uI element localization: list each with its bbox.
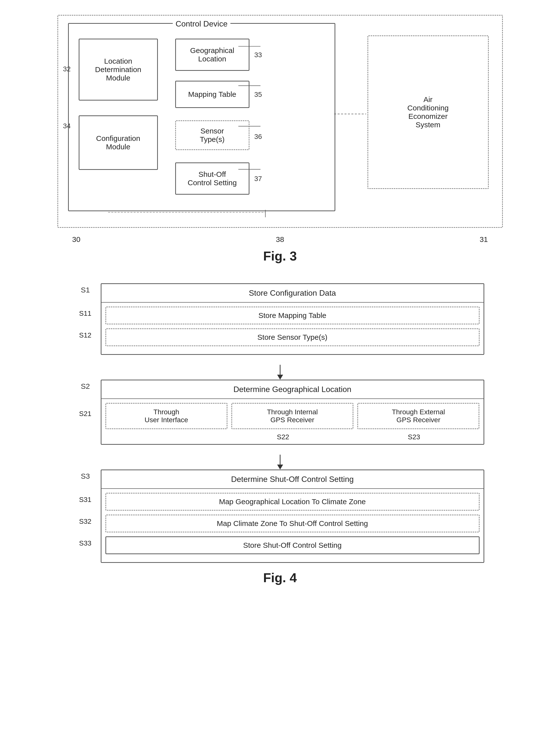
s2-inner-row: Through User Interface Through Internal … xyxy=(105,403,480,429)
control-device-label: Control Device xyxy=(173,19,231,28)
svg-marker-10 xyxy=(277,465,283,470)
loc-det-module: Location Determination Module xyxy=(79,39,158,100)
mapping-table-label: Mapping Table xyxy=(188,90,236,99)
s23-label: S23 xyxy=(408,433,420,441)
fig3-title: Fig. 3 xyxy=(263,249,297,263)
fig3-bottom-labels: 30 38 31 xyxy=(57,235,503,244)
s11-label: S11 xyxy=(79,309,92,317)
s23-inner: Through External GPS Receiver xyxy=(392,408,445,424)
s32-inner: Map Climate Zone To Shut-Off Control Set… xyxy=(105,515,480,532)
fig4-container: S1 Store Configuration Data S11 Store Ma… xyxy=(45,283,515,585)
s11-inner: Store Mapping Table xyxy=(105,306,480,324)
s3-label: S3 xyxy=(81,472,90,481)
sensor-types-box: Sensor Type(s) xyxy=(175,120,249,150)
ref-36: 36 xyxy=(254,133,262,141)
loc-det-module-label: Location Determination Module xyxy=(95,57,141,82)
s32-label: S32 xyxy=(79,518,92,526)
s3-flow-row: S3 Determine Shut-Off Control Setting S3… xyxy=(101,470,484,563)
fig4-diagram: S1 Store Configuration Data S11 Store Ma… xyxy=(82,283,478,563)
fig3-container: Control Device Location Determination Mo… xyxy=(45,15,515,263)
shutoff-box: Shut-Off Control Setting xyxy=(175,162,249,195)
s22-label: S22 xyxy=(277,433,289,441)
ref-35: 35 xyxy=(254,91,262,99)
s31-inner: Map Geographical Location To Climate Zon… xyxy=(105,493,480,511)
s33-inner: Store Shut-Off Control Setting xyxy=(105,536,480,554)
s21-inner: Through User Interface xyxy=(145,408,188,424)
shutoff-label: Shut-Off Control Setting xyxy=(188,170,237,187)
geo-location-box: Geographical Location xyxy=(175,39,249,71)
geo-location-label: Geographical Location xyxy=(190,46,234,63)
ref-32: 32 xyxy=(63,65,71,73)
s21-label: S21 xyxy=(79,410,92,418)
mapping-table-box: Mapping Table xyxy=(175,81,249,108)
config-module: Configuration Module xyxy=(79,115,158,170)
ref-31-label: 31 xyxy=(480,235,488,244)
control-device-box: Control Device Location Determination Mo… xyxy=(68,23,335,211)
s3-title: Determine Shut-Off Control Setting xyxy=(101,470,484,489)
s22-inner: Through Internal GPS Receiver xyxy=(267,408,318,424)
s2-label: S2 xyxy=(81,382,90,391)
page-content: Control Device Location Determination Mo… xyxy=(30,15,530,585)
ace-system-box: Air Conditioning Economizer System xyxy=(367,35,489,189)
s22-cell: Through Internal GPS Receiver xyxy=(231,403,353,429)
s21-cell: Through User Interface xyxy=(105,403,227,429)
s1-title: Store Configuration Data xyxy=(101,284,484,302)
config-module-label: Configuration Module xyxy=(96,134,140,151)
fig3-diagram: Control Device Location Determination Mo… xyxy=(57,15,503,228)
s23-cell: Through External GPS Receiver xyxy=(357,403,479,429)
s1-label: S1 xyxy=(81,286,90,294)
s2-block: Determine Geographical Location S21 Thro… xyxy=(101,380,484,445)
s33-label: S33 xyxy=(79,539,92,547)
ref-33: 33 xyxy=(254,51,262,59)
s1-flow-row: S1 Store Configuration Data S11 Store Ma… xyxy=(101,283,484,355)
s2-flow-row: S2 Determine Geographical Location S21 T… xyxy=(101,380,484,445)
s2-title: Determine Geographical Location xyxy=(101,381,484,399)
s31-label: S31 xyxy=(79,496,92,504)
s12-label: S12 xyxy=(79,331,92,339)
arrow-s1-to-s2 xyxy=(82,365,478,380)
s1-block: Store Configuration Data S11 Store Mappi… xyxy=(101,283,484,355)
s12-inner: Store Sensor Type(s) xyxy=(105,328,480,346)
arrow-s2-to-s3 xyxy=(82,455,478,470)
s3-block: Determine Shut-Off Control Setting S31 M… xyxy=(101,470,484,563)
fig4-title: Fig. 4 xyxy=(263,570,297,585)
ace-system-label: Air Conditioning Economizer System xyxy=(407,95,449,129)
sensor-types-label: Sensor Type(s) xyxy=(200,127,224,144)
ref-38-label: 38 xyxy=(276,235,284,244)
svg-marker-8 xyxy=(277,375,283,380)
ref-34: 34 xyxy=(63,122,71,130)
ref-30-label: 30 xyxy=(72,235,80,244)
ref-37: 37 xyxy=(254,175,262,183)
